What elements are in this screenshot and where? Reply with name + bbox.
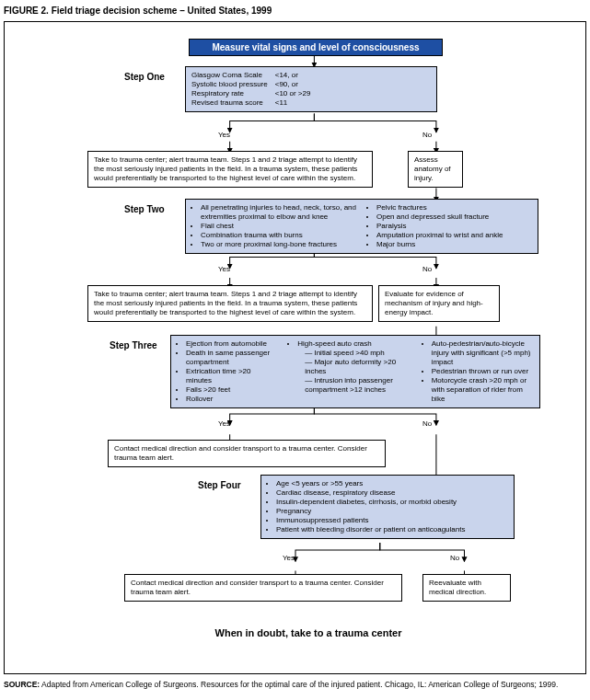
s3-a3: Extrication time >20 minutes (186, 367, 277, 385)
s2-yes-label: Yes (218, 265, 230, 273)
s3-b1: High-speed auto crash (297, 339, 411, 349)
s2-r4: Amputation proximal to wrist and ankle (376, 231, 532, 240)
s3-c3: Motorcycle crash >20 mph or with separat… (432, 376, 534, 404)
s1-no-label: No (422, 131, 432, 139)
source-text: Adapted from American College of Surgeon… (40, 680, 558, 689)
s1-no-box: Assess anatomy of injury. (408, 151, 463, 188)
s3-a5: Rollover (186, 395, 277, 404)
step-four-criteria: Age <5 years or >55 years Cardiac diseas… (260, 475, 515, 539)
s3-yes-box: Contact medical direction and consider t… (108, 440, 386, 467)
s4-no-label: No (450, 554, 459, 562)
s3-no-label: No (422, 419, 432, 428)
step-three-criteria: Ejection from automobile Death in same p… (170, 335, 540, 408)
s4-i4: Pregnancy (276, 507, 508, 516)
s2-r1: Pelvic fractures (376, 203, 532, 212)
step-one-criteria: Glasgow Coma Scale<14, or Systolic blood… (185, 66, 437, 112)
vitals-r3l: Respiratory rate (191, 89, 275, 98)
s4-i6: Patient with bleeding disorder or patien… (276, 525, 508, 534)
vitals-r4r: <11 (275, 98, 318, 108)
s4-yes-box: Contact medical direction and consider t… (124, 574, 402, 602)
source-line: SOURCE: Adapted from American College of… (4, 680, 586, 689)
step-three-label: Step Three (110, 340, 157, 350)
source-label: SOURCE: (4, 680, 40, 689)
s2-l2: Flail chest (201, 222, 356, 231)
s3-c1: Auto-pedestrian/auto-bicycle injury with… (432, 339, 534, 367)
s3-b1s2: Major auto deformity >20 inches (305, 358, 411, 376)
s3-a2: Death in same passenger compartment (186, 349, 277, 367)
s3-a1: Ejection from automobile (186, 339, 277, 349)
s2-no-label: No (422, 265, 432, 273)
figure-title: FIGURE 2. Field triage decision scheme –… (4, 6, 586, 16)
s1-yes-box: Take to trauma center; alert trauma team… (87, 151, 373, 188)
s4-i3: Insulin-dependent diabetes, cirrhosis, o… (276, 498, 508, 507)
s2-l1: All penetrating injuries to head, neck, … (201, 203, 356, 222)
diagram-frame: Measure vital signs and level of conscio… (4, 21, 586, 674)
s2-r3: Paralysis (376, 222, 532, 231)
s2-no-box: Evaluate for evidence of mechanism of in… (378, 285, 500, 322)
s3-b1s1: Initial speed >40 mph (305, 349, 411, 358)
s4-yes-label: Yes (283, 554, 295, 562)
vitals-r2l: Systolic blood pressure (191, 80, 275, 89)
vitals-r3r: <10 or >29 (275, 89, 318, 98)
vitals-r1l: Glasgow Coma Scale (191, 71, 275, 80)
s2-l3: Combination trauma with burns (201, 231, 356, 240)
s4-no-box: Reevaluate with medical direction. (422, 574, 511, 602)
vitals-r1r: <14, or (275, 71, 318, 80)
s3-yes-label: Yes (218, 419, 230, 428)
s4-i1: Age <5 years or >55 years (276, 479, 508, 488)
vitals-r2r: <90, or (275, 80, 318, 89)
s4-i5: Immunosuppressed patients (276, 516, 508, 525)
s2-r2: Open and depressed skull fracture (376, 212, 532, 222)
when-in-doubt: When in doubt, take to a trauma center (170, 627, 446, 638)
s1-yes-label: Yes (218, 131, 230, 139)
step-two-criteria: All penetrating injuries to head, neck, … (185, 199, 538, 254)
vitals-r4l: Revised trauma score (191, 98, 275, 108)
s2-l4: Two or more proximal long-bone fractures (201, 240, 356, 249)
s4-i2: Cardiac disease, respiratory disease (276, 488, 508, 498)
s3-b1s3: Intrusion into passenger compartment >12… (305, 376, 411, 395)
s2-yes-box: Take to trauma center; alert trauma team… (87, 285, 373, 322)
header-measure-vitals: Measure vital signs and level of conscio… (189, 39, 443, 56)
step-four-label: Step Four (198, 480, 241, 490)
s3-a4: Falls >20 feet (186, 385, 277, 395)
s2-r5: Major burns (376, 240, 532, 249)
step-two-label: Step Two (124, 204, 165, 214)
vitals-table: Glasgow Coma Scale<14, or Systolic blood… (191, 71, 318, 108)
s3-c2: Pedestrian thrown or run over (432, 367, 534, 376)
step-one-label: Step One (124, 72, 165, 82)
